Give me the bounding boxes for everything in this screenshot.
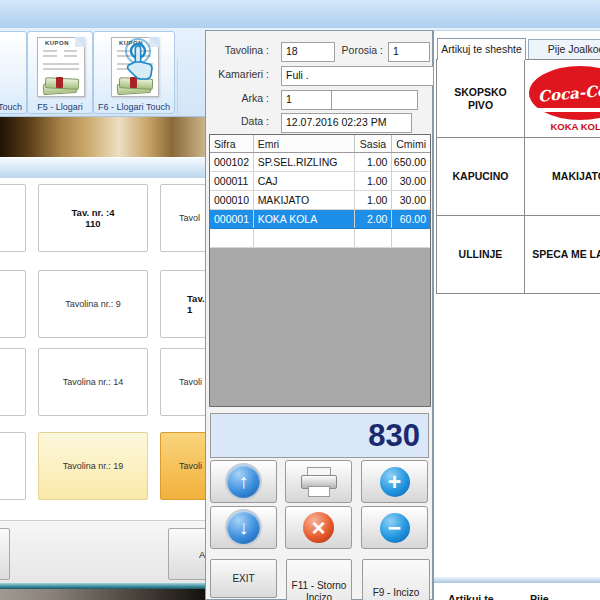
order-row[interactable]: 000011 CAJ 1.00 30.00 [210,172,430,191]
product-button-koka-kola[interactable]: Coca-Cola KOKA KOLA [524,59,600,138]
cell-cmimi: 650.00 [392,153,430,171]
arka-secondary-field[interactable] [331,90,418,110]
table-button-9[interactable]: Tavolina nr.: 9 [38,270,148,338]
header-emri[interactable]: Emri [254,135,355,152]
ribbon-button-f6-llogari-touch[interactable]: KUPON [93,31,175,114]
table-button-label: Tavolina nr.: 9 [65,299,121,309]
table-button-14[interactable]: Tavolina nr.: 14 [38,348,148,416]
table-button-label: Tavolina nr.: 19 [63,461,124,471]
product-label: SKOPSKO PIVO [441,86,520,112]
header-sasia[interactable]: Sasia [355,135,393,152]
exit-button-label: EXIT [232,573,254,584]
header-cmimi[interactable]: Cmimi [392,135,430,152]
table-button-label: Tavoli [161,461,202,471]
table-button-label: Tavol [161,213,200,223]
table-button-label: Tavoli [161,377,202,387]
product-button-ullinje[interactable]: ULLINJE [436,215,525,294]
header-sifra[interactable]: Sifra [210,135,254,152]
cancel-icon: × [303,512,334,543]
print-button[interactable] [285,460,352,503]
order-row-selected[interactable]: 000001 KOKA KOLA 2.00 60.00 [210,210,430,229]
exit-button[interactable]: EXIT [210,559,277,598]
move-up-button[interactable]: ↑ [210,460,277,503]
product-label: MAKIJATO [552,170,600,183]
table-button-total: 1 [161,304,192,315]
ribbon-button-label: F6 - Llogari Touch [94,102,174,112]
kamarieri-field[interactable]: Fuli . [281,66,437,86]
toolbar-button-partial[interactable] [0,528,10,580]
cell-cmimi: 30.00 [392,172,430,190]
data-label: Data : [206,115,269,127]
table-button-empty[interactable] [0,270,26,338]
cell-sifra: 000010 [210,191,254,209]
product-label: SPECA ME LAKEN [532,248,600,261]
product-button-makijato[interactable]: MAKIJATO [524,137,600,216]
touch-hand-icon [120,38,156,84]
table-button-empty[interactable] [0,184,26,252]
porosia-field[interactable]: 1 [388,42,430,62]
cell-sasia: 2.00 [355,210,393,228]
kupon-invoice-icon: KUPON [37,37,85,97]
order-panel: Tavolina : 18 Porosia : 1 Kamarieri : Fu… [205,30,433,600]
cell-emri: CAJ [254,172,355,190]
folded-corner-icon [75,37,85,47]
table-button-empty[interactable] [0,432,26,500]
arka-label: Arka : [206,92,269,104]
panel-divider [434,577,600,583]
table-button-empty[interactable] [0,348,26,416]
down-arrow-icon: ↓ [227,511,260,544]
order-row-empty[interactable] [210,229,430,248]
grid-header-row: Sifra Emri Sasia Cmimi [210,135,430,153]
order-total-display: 830 [210,413,429,458]
add-item-button[interactable]: + [361,460,428,503]
minus-icon: − [380,513,410,543]
kupon-invoice-icon: KUPON [111,37,159,97]
table-button-4[interactable]: Tav. nr. :4 110 [38,184,148,252]
cell-cmimi: 60.00 [392,210,430,228]
ribbon-button-partial-touch[interactable]: Touch [0,31,27,114]
ribbon-button-f5-llogari[interactable]: KUPON F5 - Llogari [27,31,93,114]
remove-item-button[interactable]: − [361,506,428,549]
f11-button-label: F11 - Storno [287,580,351,592]
decorative-banner-image [0,117,205,157]
tab-pije-joalkoolike[interactable]: Pije Joalkoolike [528,39,600,60]
arka-field[interactable]: 1 [281,90,335,110]
window-title-bar [0,0,600,29]
cell-emri: SP.SEL.RIZLING [254,153,355,171]
cell-sasia: 1.00 [355,172,393,190]
cell-emri: KOKA KOLA [254,210,355,228]
kamarieri-label: Kamarieri : [206,68,269,80]
cancel-button[interactable]: × [285,506,352,549]
coca-cola-script-text: Coca-Cola [537,83,600,103]
f9-incizo-button[interactable]: F9 - Incizo [362,559,430,600]
cell-cmimi: 30.00 [392,191,430,209]
product-button-kapucino[interactable]: KAPUCINO [436,137,525,216]
product-button-speca-me-laken[interactable]: SPECA ME LAKEN [524,215,600,294]
table-button-19[interactable]: Tavolina nr.: 19 [38,432,148,500]
left-bottom-toolbar: Ar [0,520,205,583]
logo-white-band [525,108,600,112]
table-button-label: Tav. [161,293,205,304]
kupon-icon-text: KUPON [38,40,76,46]
table-button-label: Tav. nr. :4 [72,207,115,218]
move-down-button[interactable]: ↓ [210,506,277,549]
cell-sifra: 000102 [210,153,254,171]
f11-storno-button[interactable]: F11 - Storno Incizo [286,559,352,600]
plus-icon: + [380,467,410,497]
cell-sifra: 000001 [210,210,254,228]
bottom-partial-label: Pije [530,593,549,600]
order-row[interactable]: 000010 MAKIJATO 1.00 30.00 [210,191,430,210]
cell-sifra: 000011 [210,172,254,190]
cell-sasia: 1.00 [355,153,393,171]
order-items-grid: Sifra Emri Sasia Cmimi 000102 SP.SEL.RIZ… [209,134,431,407]
f9-button-label: F9 - Incizo [363,587,429,599]
table-button-label: Tavolina nr.: 14 [63,377,124,387]
tab-artikuj-te-sheshte[interactable]: Artikuj te sheshte [437,38,526,60]
order-row[interactable]: 000102 SP.SEL.RIZLING 1.00 650.00 [210,153,430,172]
ribbon-button-label: F5 - Llogari [28,102,92,112]
f11-button-label2: Incizo [287,592,351,600]
product-button-skopsko-pivo[interactable]: SKOPSKO PIVO [436,59,525,138]
date-field[interactable]: 12.07.2016 02:23 PM [281,113,412,133]
product-label: KOKA KOLA [525,120,600,133]
up-arrow-icon: ↑ [227,465,260,498]
